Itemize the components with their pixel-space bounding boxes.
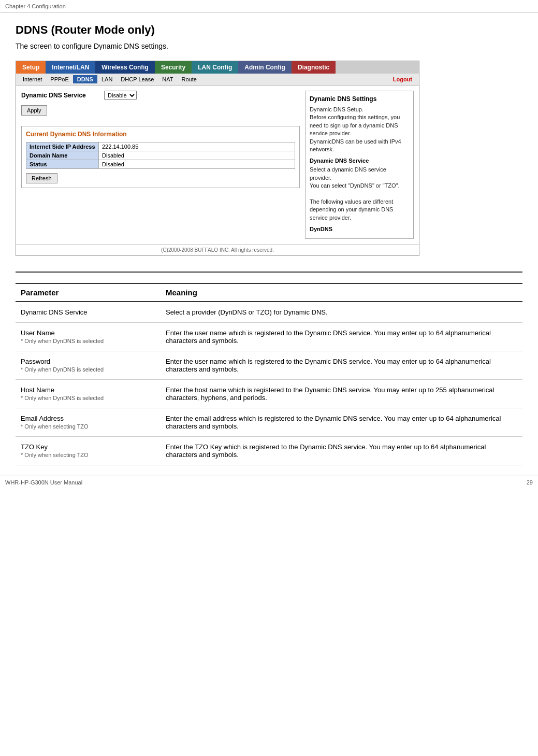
param-meaning-cell: Enter the email address which is registe… bbox=[161, 408, 522, 437]
nav-wireless-config[interactable]: Wireless Config bbox=[95, 61, 155, 74]
subnav-dhcp-lease[interactable]: DHCP Lease bbox=[117, 75, 158, 83]
nav-setup[interactable]: Setup bbox=[16, 61, 46, 74]
nav-security[interactable]: Security bbox=[155, 61, 192, 74]
table-row: Email Address* Only when selecting TZOEn… bbox=[16, 408, 522, 437]
table-row: User Name* Only when DynDNS is selectedE… bbox=[16, 323, 522, 351]
nav-lan-config[interactable]: LAN Config bbox=[192, 61, 238, 74]
page-number: 29 bbox=[527, 479, 533, 486]
table-row: Password* Only when DynDNS is selectedEn… bbox=[16, 351, 522, 380]
param-name-cell: Password* Only when DynDNS is selected bbox=[16, 351, 161, 380]
router-screenshot: Setup Internet/LAN Wireless Config Secur… bbox=[16, 61, 419, 256]
status-label: Status bbox=[26, 160, 99, 169]
status-value: Disabled bbox=[99, 160, 295, 169]
dns-info-section: Current Dynamic DNS Information Internet… bbox=[21, 126, 300, 188]
page-footer: WHR-HP-G300N User Manual 29 bbox=[0, 476, 538, 489]
param-name: Password bbox=[21, 358, 155, 365]
chapter-header: Chapter 4 Configuration bbox=[0, 0, 538, 13]
parameter-table: Parameter Meaning Dynamic DNS ServiceSel… bbox=[16, 283, 522, 465]
help-service-title: Dynamic DNS Service bbox=[310, 158, 409, 164]
help-dyndns-title: DynDNS bbox=[310, 226, 409, 232]
help-intro-text: Dynamic DNS Setup.Before configuring thi… bbox=[310, 106, 409, 153]
logout-button[interactable]: Logout bbox=[389, 75, 416, 83]
param-meaning-cell: Enter the user name which is registered … bbox=[161, 323, 522, 351]
copyright-text: (C)2000-2008 BUFFALO INC. All rights res… bbox=[16, 244, 419, 255]
table-row: Internet Side IP Address 222.14.100.85 bbox=[26, 142, 295, 151]
param-name: Email Address bbox=[21, 415, 155, 422]
param-sub-label: * Only when DynDNS is selected bbox=[21, 366, 155, 373]
subnav-route[interactable]: Route bbox=[178, 75, 201, 83]
sub-nav: Internet PPPoE DDNS LAN DHCP Lease NAT R… bbox=[16, 74, 419, 85]
nav-admin-config[interactable]: Admin Config bbox=[238, 61, 292, 74]
param-name-cell: TZO Key* Only when selecting TZO bbox=[16, 437, 161, 465]
param-name: Dynamic DNS Service bbox=[21, 308, 155, 316]
param-name-cell: Dynamic DNS Service bbox=[16, 302, 161, 323]
col-parameter-header: Parameter bbox=[16, 283, 161, 302]
param-name-cell: User Name* Only when DynDNS is selected bbox=[16, 323, 161, 351]
subnav-pppoe[interactable]: PPPoE bbox=[46, 75, 72, 83]
chapter-title: Chapter 4 Configuration bbox=[5, 3, 66, 9]
table-row: TZO Key* Only when selecting TZOEnter th… bbox=[16, 437, 522, 465]
ip-value: 222.14.100.85 bbox=[99, 142, 295, 151]
param-name-cell: Host Name* Only when DynDNS is selected bbox=[16, 380, 161, 408]
ip-label: Internet Side IP Address bbox=[26, 142, 99, 151]
param-meaning-cell: Enter the host name which is registered … bbox=[161, 380, 522, 408]
param-sub-label: * Only when selecting TZO bbox=[21, 452, 155, 458]
domain-label: Domain Name bbox=[26, 151, 99, 160]
dns-info-title: Current Dynamic DNS Information bbox=[26, 131, 295, 138]
help-panel: Dynamic DNS Settings Dynamic DNS Setup.B… bbox=[305, 91, 414, 239]
help-panel-title: Dynamic DNS Settings bbox=[310, 95, 409, 103]
table-row: Status Disabled bbox=[26, 160, 295, 169]
subnav-lan[interactable]: LAN bbox=[97, 75, 117, 83]
dns-service-row: Dynamic DNS Service Disable bbox=[21, 91, 300, 100]
param-meaning-cell: Enter the TZO Key which is registered to… bbox=[161, 437, 522, 465]
nav-internet-lan[interactable]: Internet/LAN bbox=[46, 61, 95, 74]
subnav-internet[interactable]: Internet bbox=[19, 75, 46, 83]
nav-diagnostic[interactable]: Diagnostic bbox=[292, 61, 336, 74]
section-divider bbox=[16, 272, 522, 273]
dns-info-table: Internet Side IP Address 222.14.100.85 D… bbox=[26, 142, 295, 169]
col-meaning-header: Meaning bbox=[161, 283, 522, 302]
dns-service-label: Dynamic DNS Service bbox=[21, 92, 104, 99]
manual-label: WHR-HP-G300N User Manual bbox=[5, 479, 82, 486]
param-sub-label: * Only when DynDNS is selected bbox=[21, 338, 155, 344]
param-name-cell: Email Address* Only when selecting TZO bbox=[16, 408, 161, 437]
table-row: Domain Name Disabled bbox=[26, 151, 295, 160]
help-service-text: Select a dynamic DNS service provider.Yo… bbox=[310, 166, 409, 222]
table-row: Host Name* Only when DynDNS is selectedE… bbox=[16, 380, 522, 408]
apply-button[interactable]: Apply bbox=[21, 105, 47, 116]
section-subtitle: The screen to configure Dynamic DNS sett… bbox=[16, 42, 522, 50]
router-left-panel: Dynamic DNS Service Disable Apply Curren… bbox=[21, 91, 300, 239]
param-name: Host Name bbox=[21, 386, 155, 394]
subnav-ddns[interactable]: DDNS bbox=[73, 75, 97, 83]
param-sub-label: * Only when selecting TZO bbox=[21, 423, 155, 430]
param-name: User Name bbox=[21, 329, 155, 337]
subnav-nat[interactable]: NAT bbox=[158, 75, 177, 83]
param-sub-label: * Only when DynDNS is selected bbox=[21, 395, 155, 401]
dns-service-select[interactable]: Disable bbox=[104, 91, 137, 100]
param-meaning-cell: Enter the user name which is registered … bbox=[161, 351, 522, 380]
domain-value: Disabled bbox=[99, 151, 295, 160]
router-main-area: Dynamic DNS Service Disable Apply Curren… bbox=[16, 85, 419, 244]
table-row: Dynamic DNS ServiceSelect a provider (Dy… bbox=[16, 302, 522, 323]
refresh-button[interactable]: Refresh bbox=[26, 173, 57, 183]
nav-bar: Setup Internet/LAN Wireless Config Secur… bbox=[16, 61, 419, 74]
section-title: DDNS (Router Mode only) bbox=[16, 23, 522, 37]
param-meaning-cell: Select a provider (DynDNS or TZO) for Dy… bbox=[161, 302, 522, 323]
param-name: TZO Key bbox=[21, 443, 155, 451]
